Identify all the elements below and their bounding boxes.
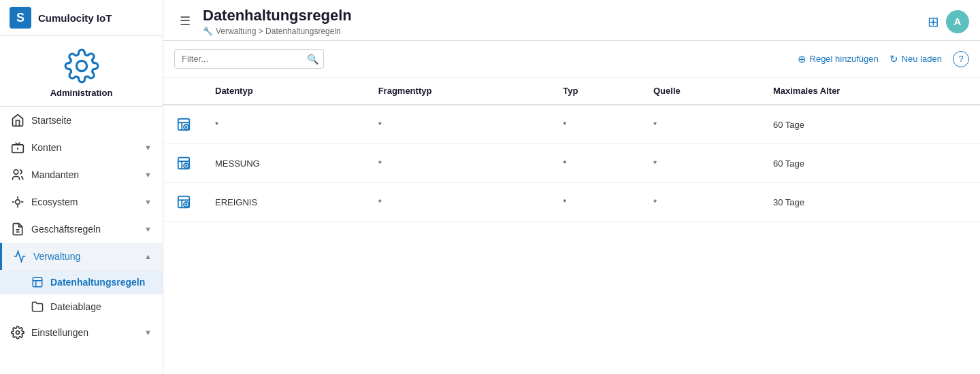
chevron-down-icon: ▼: [144, 328, 152, 337]
einstellungen-icon: [11, 326, 24, 339]
reload-icon: ↻: [889, 53, 898, 65]
ecosystem-icon: [11, 195, 24, 209]
cell-datentyp: *: [204, 105, 368, 144]
sidebar-header: S Cumulocity IoT: [0, 0, 163, 36]
chevron-down-icon: ▼: [144, 171, 152, 179]
top-bar-right: ⊞ A: [928, 10, 969, 33]
col-typ: Typ: [552, 78, 642, 105]
sidebar-item-einstellungen[interactable]: Einstellungen ▼: [0, 319, 163, 346]
cell-typ: *: [552, 144, 642, 183]
sidebar-item-label: Mandanten: [31, 169, 79, 180]
chevron-down-icon: ▼: [144, 225, 152, 233]
sidebar-item-ecosystem[interactable]: Ecosystem ▼: [0, 188, 163, 216]
sidebar: S Cumulocity IoT Administration Startsei…: [0, 0, 163, 374]
sidebar-item-verwaltung[interactable]: Verwaltung ▲: [0, 243, 163, 270]
row-icon-cell: [163, 144, 204, 183]
help-button[interactable]: ?: [953, 51, 969, 67]
top-bar: ☰ Datenhaltungsregeln 🔧 Verwaltung > Dat…: [163, 0, 980, 41]
reload-button[interactable]: ↻ Neu laden: [889, 53, 942, 65]
sidebar-item-label: Verwaltung: [33, 251, 80, 262]
plus-icon: ⊕: [798, 53, 806, 65]
sidebar-item-label: Startseite: [31, 115, 71, 126]
col-maximales-alter: Maximales Alter: [762, 78, 980, 105]
page-title: Datenhaltungsregeln: [203, 7, 352, 24]
svg-point-0: [76, 61, 86, 71]
sidebar-item-mandanten[interactable]: Mandanten ▼: [0, 161, 163, 188]
row-icon-cell: [163, 183, 204, 222]
cell-fragmenttyp: *: [368, 144, 553, 183]
add-rule-button[interactable]: ⊕ Regel hinzufügen: [798, 53, 879, 65]
breadcrumb-text: Verwaltung > Datenhaltungsregeln: [216, 27, 341, 36]
sub-item-label: Dateiablage: [50, 301, 101, 312]
svg-rect-11: [33, 277, 42, 287]
sidebar-item-label: Einstellungen: [31, 327, 88, 338]
sidebar-item-konten[interactable]: Konten ▼: [0, 134, 163, 161]
sidebar-item-label: Geschäftsregeln: [31, 224, 101, 235]
cell-quelle: *: [642, 144, 762, 183]
home-icon: [11, 114, 24, 127]
cell-fragmenttyp: *: [368, 105, 553, 144]
chevron-down-icon: ▼: [144, 143, 152, 152]
sidebar-item-startseite[interactable]: Startseite: [0, 107, 163, 134]
hamburger-button[interactable]: ☰: [174, 11, 196, 31]
data-table: Datentyp Fragmenttyp Typ Quelle Maximale…: [163, 78, 980, 222]
filter-input-wrap: 🔍: [174, 49, 324, 69]
mandanten-icon: [11, 168, 24, 182]
geschaeftsregeln-icon: [11, 222, 24, 236]
svg-point-3: [14, 170, 18, 175]
breadcrumb: 🔧 Verwaltung > Datenhaltungsregeln: [203, 27, 352, 36]
cell-quelle: *: [642, 105, 762, 144]
chevron-down-icon: ▼: [144, 198, 152, 206]
search-icon: 🔍: [307, 54, 318, 65]
svg-point-14: [16, 331, 20, 335]
sidebar-item-dateiablage[interactable]: Dateiablage: [0, 294, 163, 319]
admin-gear-icon: [64, 48, 99, 84]
cell-datentyp: EREIGNIS: [204, 183, 368, 222]
cell-maximales_alter: 60 Tage: [762, 105, 980, 144]
table-row[interactable]: EREIGNIS***30 Tage: [163, 183, 980, 222]
admin-label: Administration: [50, 88, 113, 98]
toolbar-actions: ⊕ Regel hinzufügen ↻ Neu laden ?: [798, 51, 969, 67]
row-type-icon: [174, 115, 193, 134]
col-icon: [163, 78, 204, 105]
row-type-icon: [174, 154, 193, 173]
verwaltung-icon: [13, 250, 27, 263]
main-content: ☰ Datenhaltungsregeln 🔧 Verwaltung > Dat…: [163, 0, 980, 374]
sidebar-item-geschaeftsregeln[interactable]: Geschäftsregeln ▼: [0, 216, 163, 243]
table-row[interactable]: MESSUNG***60 Tage: [163, 144, 980, 183]
sidebar-item-datenhaltungsregeln[interactable]: Datenhaltungsregeln: [0, 270, 163, 294]
grid-view-button[interactable]: ⊞: [928, 14, 939, 30]
col-fragmenttyp: Fragmenttyp: [368, 78, 553, 105]
dateiablage-icon: [31, 301, 44, 313]
top-bar-left: ☰ Datenhaltungsregeln 🔧 Verwaltung > Dat…: [174, 7, 352, 35]
datenhaltungsregeln-icon: [31, 276, 44, 288]
sidebar-item-label: Ecosystem: [31, 197, 78, 207]
row-icon-cell: [163, 105, 204, 144]
col-datentyp: Datentyp: [204, 78, 368, 105]
sub-item-label: Datenhaltungsregeln: [50, 277, 145, 288]
col-quelle: Quelle: [642, 78, 762, 105]
toolbar: 🔍 ⊕ Regel hinzufügen ↻ Neu laden ?: [163, 41, 980, 78]
konten-icon: [11, 141, 24, 154]
cell-maximales_alter: 30 Tage: [762, 183, 980, 222]
page-title-section: Datenhaltungsregeln 🔧 Verwaltung > Daten…: [203, 7, 352, 35]
sidebar-item-label: Konten: [31, 142, 61, 153]
row-type-icon: [174, 192, 193, 211]
cell-maximales_alter: 60 Tage: [762, 144, 980, 183]
admin-section: Administration: [0, 36, 163, 107]
filter-input[interactable]: [174, 49, 324, 69]
table-header: Datentyp Fragmenttyp Typ Quelle Maximale…: [163, 78, 980, 105]
app-logo: S: [10, 7, 31, 29]
cell-quelle: *: [642, 183, 762, 222]
cell-typ: *: [552, 105, 642, 144]
avatar[interactable]: A: [946, 10, 969, 33]
cell-fragmenttyp: *: [368, 183, 553, 222]
table-body: ****60 Tage MESSUNG***60 Tage EREIGNIS**…: [163, 105, 980, 222]
cell-typ: *: [552, 183, 642, 222]
cell-datentyp: MESSUNG: [204, 144, 368, 183]
table-row[interactable]: ****60 Tage: [163, 105, 980, 144]
content-area: 🔍 ⊕ Regel hinzufügen ↻ Neu laden ? Daten…: [163, 41, 980, 374]
svg-point-4: [16, 200, 20, 205]
breadcrumb-icon: 🔧: [203, 27, 213, 36]
app-name: Cumulocity IoT: [38, 12, 112, 24]
